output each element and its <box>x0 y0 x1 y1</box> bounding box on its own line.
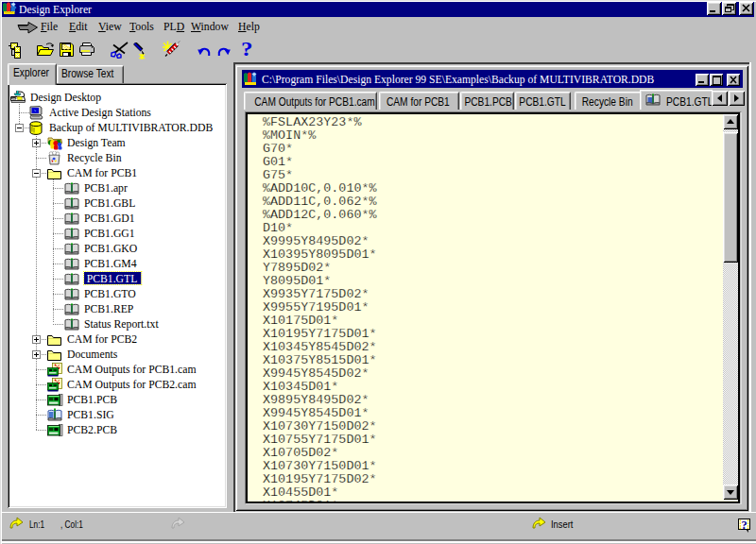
svg-text:?: ? <box>742 518 747 532</box>
